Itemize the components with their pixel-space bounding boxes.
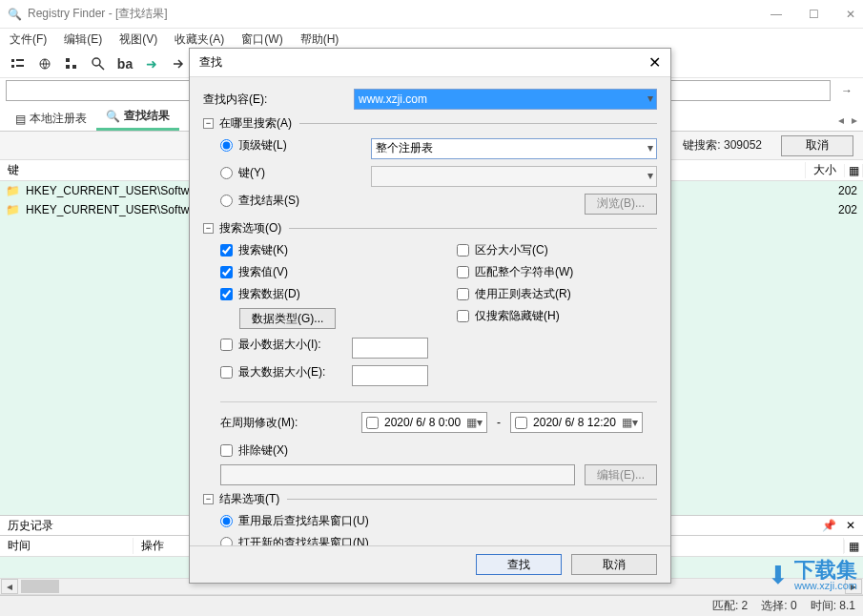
- minimize-button[interactable]: —: [771, 8, 782, 21]
- check-min-size[interactable]: 最小数据大小(I):: [220, 337, 352, 353]
- tab-label: 本地注册表: [30, 111, 87, 127]
- search-progress: 键搜索: 309052: [683, 137, 762, 154]
- toolbar-btn-5[interactable]: ba: [114, 53, 135, 74]
- collapse-icon[interactable]: −: [203, 118, 214, 129]
- toolbar-btn-3[interactable]: [61, 53, 82, 74]
- cancel-search-button[interactable]: 取消: [781, 135, 853, 156]
- svg-rect-3: [16, 65, 24, 67]
- folder-icon: 📁: [6, 184, 20, 197]
- date-from[interactable]: 2020/ 6/ 8 0:00▦▾: [361, 412, 487, 433]
- download-icon: ⬇: [768, 561, 789, 590]
- cancel-button[interactable]: 取消: [571, 554, 657, 575]
- check-exclude[interactable]: 排除键(X): [220, 442, 657, 459]
- browse-button: 浏览(B)...: [585, 194, 657, 215]
- watermark-name: 下载集: [794, 560, 857, 581]
- close-button[interactable]: ✕: [846, 8, 855, 21]
- statusbar: 匹配: 2 选择: 0 时间: 8.1: [0, 595, 863, 616]
- app-icon: 🔍: [8, 8, 22, 21]
- check-search-values[interactable]: 搜索值(V): [220, 264, 428, 280]
- svg-point-8: [92, 58, 100, 66]
- status-time: 时间: 8.1: [811, 598, 855, 614]
- status-select: 选择: 0: [761, 598, 796, 614]
- menu-window[interactable]: 窗口(W): [241, 31, 282, 48]
- radio-key[interactable]: 键(Y): [220, 165, 371, 181]
- row-date: 202: [834, 184, 863, 197]
- dialog-title: 查找: [199, 54, 222, 71]
- date-range-label: 在周期修改(M):: [220, 415, 352, 431]
- check-search-data[interactable]: 搜索数据(D): [220, 286, 428, 302]
- history-title: 历史记录: [8, 518, 53, 534]
- col-overflow[interactable]: ▦: [844, 164, 863, 177]
- check-max-size[interactable]: 最大数据大小(E):: [220, 364, 352, 380]
- history-col-time[interactable]: 时间: [0, 538, 134, 554]
- find-button[interactable]: 查找: [476, 554, 562, 575]
- tab-search-results[interactable]: 🔍 查找结果: [96, 104, 179, 131]
- menu-help[interactable]: 帮助(H): [300, 31, 339, 48]
- watermark-url: www.xzji.com: [794, 581, 857, 591]
- folder-icon: 📁: [6, 203, 20, 216]
- check-search-keys[interactable]: 搜索键(K): [220, 242, 428, 258]
- search-icon: 🔍: [106, 110, 120, 123]
- check-case[interactable]: 区分大小写(C): [457, 242, 657, 258]
- watermark: ⬇ 下载集 www.xzji.com: [768, 560, 857, 591]
- radio-results[interactable]: 查找结果(S): [220, 193, 371, 209]
- check-whole[interactable]: 匹配整个字符串(W): [457, 264, 657, 280]
- row-date: 202: [834, 203, 863, 216]
- edit-exclude-button: 编辑(E)...: [585, 464, 657, 485]
- top-key-select[interactable]: [371, 138, 657, 159]
- svg-rect-6: [66, 65, 70, 69]
- date-to[interactable]: 2020/ 6/ 8 12:20▦▾: [510, 412, 643, 433]
- menu-edit[interactable]: 编辑(E): [64, 31, 102, 48]
- status-match: 匹配: 2: [712, 598, 748, 614]
- scroll-thumb[interactable]: [21, 580, 59, 593]
- pin-icon[interactable]: 📌: [822, 519, 836, 532]
- col-size[interactable]: 大小: [806, 162, 844, 178]
- svg-rect-0: [11, 59, 14, 62]
- search-content-label: 查找内容(E):: [203, 92, 354, 108]
- go-button[interactable]: →: [836, 80, 857, 101]
- registry-icon: ▤: [15, 113, 26, 126]
- menu-favorites[interactable]: 收藏夹(A): [175, 31, 224, 48]
- toolbar-btn-1[interactable]: [8, 53, 29, 74]
- tab-local-registry[interactable]: ▤ 本地注册表: [6, 107, 96, 131]
- tab-nav-left[interactable]: ◂: [838, 113, 844, 127]
- min-size-input: [352, 338, 428, 359]
- radio-top-key[interactable]: 顶级键(L): [220, 137, 371, 154]
- menubar: 文件(F) 编辑(E) 视图(V) 收藏夹(A) 窗口(W) 帮助(H): [0, 29, 863, 50]
- svg-line-9: [99, 65, 104, 70]
- titlebar: 🔍 Registry Finder - [查找结果] — ☐ ✕: [0, 0, 863, 29]
- find-dialog: 查找 ✕ 查找内容(E): ▾ − 在哪里搜索(A) 顶级键(L): [189, 48, 671, 584]
- svg-rect-7: [72, 65, 76, 69]
- dialog-close-button[interactable]: ✕: [648, 53, 661, 72]
- toolbar-btn-7[interactable]: [168, 53, 189, 74]
- history-col-overflow[interactable]: ▦: [844, 540, 863, 553]
- scroll-left[interactable]: ◂: [1, 579, 18, 594]
- calendar-icon: ▦▾: [466, 416, 483, 429]
- maximize-button[interactable]: ☐: [809, 8, 819, 21]
- max-size-input: [352, 365, 428, 386]
- toolbar-btn-2[interactable]: [34, 53, 55, 74]
- group-where-label: 在哪里搜索(A): [219, 115, 292, 132]
- radio-reuse-window[interactable]: 重用最后查找结果窗口(U): [220, 513, 657, 529]
- collapse-icon[interactable]: −: [203, 223, 214, 234]
- menu-view[interactable]: 视图(V): [119, 31, 157, 48]
- calendar-icon: ▦▾: [622, 416, 638, 429]
- toolbar-btn-4[interactable]: [88, 53, 109, 74]
- group-result-label: 结果选项(T): [219, 491, 279, 507]
- svg-rect-5: [66, 58, 70, 62]
- close-history-button[interactable]: ✕: [846, 519, 855, 532]
- window-title: Registry Finder - [查找结果]: [28, 6, 168, 22]
- exclude-input: [220, 464, 575, 485]
- dialog-titlebar: 查找 ✕: [190, 49, 670, 77]
- check-hidden[interactable]: 仅搜索隐藏键(H): [457, 308, 657, 324]
- search-content-input[interactable]: [354, 89, 657, 110]
- collapse-icon[interactable]: −: [203, 494, 214, 504]
- toolbar-btn-6[interactable]: ➜: [141, 53, 162, 74]
- tab-label: 查找结果: [124, 108, 170, 124]
- check-regex[interactable]: 使用正则表达式(R): [457, 286, 657, 302]
- tab-nav-right[interactable]: ▸: [852, 113, 857, 127]
- svg-rect-2: [16, 59, 24, 61]
- radio-new-window[interactable]: 打开新的查找结果窗口(N): [220, 535, 657, 545]
- menu-file[interactable]: 文件(F): [10, 31, 47, 48]
- data-types-button[interactable]: 数据类型(G)...: [239, 308, 336, 329]
